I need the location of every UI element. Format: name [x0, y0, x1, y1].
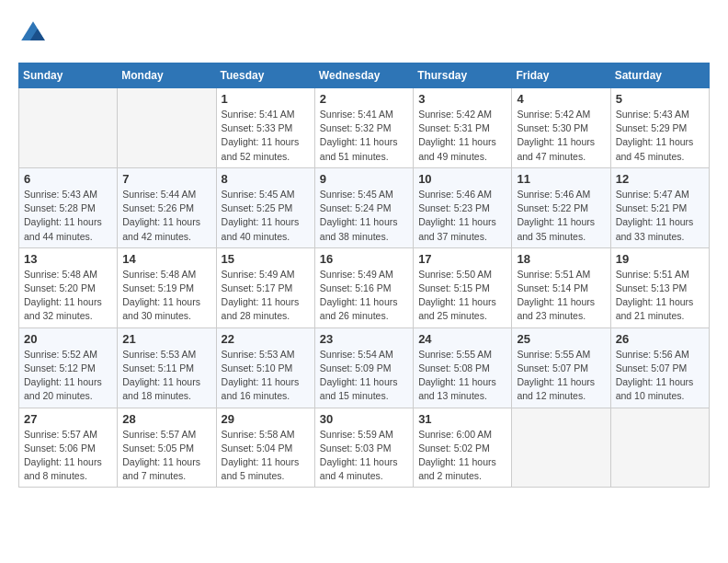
day-number: 22 [222, 332, 310, 346]
calendar-cell: 13Sunrise: 5:48 AMSunset: 5:20 PMDayligh… [19, 247, 118, 327]
calendar-cell: 14Sunrise: 5:48 AMSunset: 5:19 PMDayligh… [118, 247, 216, 327]
day-number: 12 [616, 172, 704, 186]
day-number: 24 [418, 332, 506, 346]
day-number: 23 [320, 332, 408, 346]
calendar-cell: 25Sunrise: 5:55 AMSunset: 5:07 PMDayligh… [512, 327, 610, 408]
calendar-cell [512, 408, 610, 488]
day-info: Sunrise: 5:52 AMSunset: 5:12 PMDaylight:… [24, 348, 112, 404]
day-number: 19 [616, 252, 704, 266]
day-number: 13 [24, 252, 112, 266]
calendar-week-2: 6Sunrise: 5:43 AMSunset: 5:28 PMDaylight… [19, 167, 710, 247]
day-number: 18 [517, 252, 605, 266]
day-info: Sunrise: 5:50 AMSunset: 5:15 PMDaylight:… [418, 268, 506, 324]
weekday-header-tuesday: Tuesday [216, 63, 314, 88]
day-info: Sunrise: 5:45 AMSunset: 5:24 PMDaylight:… [320, 188, 408, 244]
day-info: Sunrise: 5:51 AMSunset: 5:13 PMDaylight:… [616, 268, 704, 324]
day-info: Sunrise: 5:54 AMSunset: 5:09 PMDaylight:… [320, 348, 408, 404]
logo-icon [18, 18, 48, 48]
calendar-cell: 20Sunrise: 5:52 AMSunset: 5:12 PMDayligh… [19, 327, 118, 408]
calendar-cell: 30Sunrise: 5:59 AMSunset: 5:03 PMDayligh… [314, 408, 413, 488]
day-info: Sunrise: 5:57 AMSunset: 5:06 PMDaylight:… [24, 428, 112, 484]
calendar-week-3: 13Sunrise: 5:48 AMSunset: 5:20 PMDayligh… [19, 247, 710, 327]
day-info: Sunrise: 5:59 AMSunset: 5:03 PMDaylight:… [320, 428, 408, 484]
day-number: 27 [24, 412, 112, 426]
calendar-cell: 17Sunrise: 5:50 AMSunset: 5:15 PMDayligh… [414, 247, 512, 327]
day-info: Sunrise: 5:57 AMSunset: 5:05 PMDaylight:… [122, 428, 210, 484]
calendar-cell: 1Sunrise: 5:41 AMSunset: 5:33 PMDaylight… [216, 88, 314, 168]
day-number: 26 [616, 332, 704, 346]
day-number: 9 [320, 172, 408, 186]
weekday-header-sunday: Sunday [19, 63, 118, 88]
calendar-cell: 18Sunrise: 5:51 AMSunset: 5:14 PMDayligh… [512, 247, 610, 327]
day-number: 6 [24, 172, 112, 186]
day-info: Sunrise: 5:44 AMSunset: 5:26 PMDaylight:… [122, 188, 210, 244]
calendar-cell: 26Sunrise: 5:56 AMSunset: 5:07 PMDayligh… [610, 327, 709, 408]
calendar-week-5: 27Sunrise: 5:57 AMSunset: 5:06 PMDayligh… [19, 408, 710, 488]
day-number: 2 [320, 92, 408, 106]
calendar-cell: 15Sunrise: 5:49 AMSunset: 5:17 PMDayligh… [216, 247, 314, 327]
calendar-cell: 22Sunrise: 5:53 AMSunset: 5:10 PMDayligh… [216, 327, 314, 408]
calendar-week-1: 1Sunrise: 5:41 AMSunset: 5:33 PMDaylight… [19, 88, 710, 168]
day-info: Sunrise: 5:41 AMSunset: 5:32 PMDaylight:… [320, 108, 408, 164]
weekday-header-saturday: Saturday [610, 63, 709, 88]
page-header [18, 18, 710, 48]
calendar-header: SundayMondayTuesdayWednesdayThursdayFrid… [19, 63, 710, 88]
calendar-cell: 24Sunrise: 5:55 AMSunset: 5:08 PMDayligh… [414, 327, 512, 408]
day-info: Sunrise: 5:43 AMSunset: 5:28 PMDaylight:… [24, 188, 112, 244]
calendar-cell: 19Sunrise: 5:51 AMSunset: 5:13 PMDayligh… [610, 247, 709, 327]
day-number: 17 [418, 252, 506, 266]
day-number: 31 [418, 412, 506, 426]
day-info: Sunrise: 5:46 AMSunset: 5:23 PMDaylight:… [418, 188, 506, 244]
calendar-cell: 11Sunrise: 5:46 AMSunset: 5:22 PMDayligh… [512, 167, 610, 247]
calendar-cell: 7Sunrise: 5:44 AMSunset: 5:26 PMDaylight… [118, 167, 216, 247]
day-info: Sunrise: 5:58 AMSunset: 5:04 PMDaylight:… [222, 428, 310, 484]
day-number: 16 [320, 252, 408, 266]
day-number: 5 [616, 92, 704, 106]
calendar-cell: 23Sunrise: 5:54 AMSunset: 5:09 PMDayligh… [314, 327, 413, 408]
day-info: Sunrise: 5:48 AMSunset: 5:20 PMDaylight:… [24, 268, 112, 324]
day-info: Sunrise: 5:51 AMSunset: 5:14 PMDaylight:… [517, 268, 605, 324]
day-info: Sunrise: 5:41 AMSunset: 5:33 PMDaylight:… [222, 108, 310, 164]
day-number: 15 [222, 252, 310, 266]
calendar-cell: 6Sunrise: 5:43 AMSunset: 5:28 PMDaylight… [19, 167, 118, 247]
weekday-header-friday: Friday [512, 63, 610, 88]
weekday-header-monday: Monday [118, 63, 216, 88]
day-info: Sunrise: 5:49 AMSunset: 5:17 PMDaylight:… [222, 268, 310, 324]
day-info: Sunrise: 5:53 AMSunset: 5:10 PMDaylight:… [222, 348, 310, 404]
day-number: 10 [418, 172, 506, 186]
day-number: 11 [517, 172, 605, 186]
weekday-row: SundayMondayTuesdayWednesdayThursdayFrid… [19, 63, 710, 88]
calendar-cell: 28Sunrise: 5:57 AMSunset: 5:05 PMDayligh… [118, 408, 216, 488]
day-number: 7 [122, 172, 210, 186]
calendar-cell: 4Sunrise: 5:42 AMSunset: 5:30 PMDaylight… [512, 88, 610, 168]
day-number: 20 [24, 332, 112, 346]
day-number: 29 [222, 412, 310, 426]
calendar-table: SundayMondayTuesdayWednesdayThursdayFrid… [18, 63, 710, 488]
calendar-cell: 10Sunrise: 5:46 AMSunset: 5:23 PMDayligh… [414, 167, 512, 247]
calendar-cell: 2Sunrise: 5:41 AMSunset: 5:32 PMDaylight… [314, 88, 413, 168]
day-number: 8 [222, 172, 310, 186]
calendar-body: 1Sunrise: 5:41 AMSunset: 5:33 PMDaylight… [19, 88, 710, 488]
day-number: 3 [418, 92, 506, 106]
day-info: Sunrise: 5:55 AMSunset: 5:08 PMDaylight:… [418, 348, 506, 404]
day-number: 1 [222, 92, 310, 106]
day-info: Sunrise: 5:43 AMSunset: 5:29 PMDaylight:… [616, 108, 704, 164]
day-number: 14 [122, 252, 210, 266]
calendar-cell: 12Sunrise: 5:47 AMSunset: 5:21 PMDayligh… [610, 167, 709, 247]
calendar-cell: 16Sunrise: 5:49 AMSunset: 5:16 PMDayligh… [314, 247, 413, 327]
day-info: Sunrise: 5:48 AMSunset: 5:19 PMDaylight:… [122, 268, 210, 324]
day-info: Sunrise: 5:55 AMSunset: 5:07 PMDaylight:… [517, 348, 605, 404]
day-info: Sunrise: 5:45 AMSunset: 5:25 PMDaylight:… [222, 188, 310, 244]
day-info: Sunrise: 5:42 AMSunset: 5:31 PMDaylight:… [418, 108, 506, 164]
calendar-cell [610, 408, 709, 488]
day-number: 4 [517, 92, 605, 106]
day-number: 28 [122, 412, 210, 426]
day-info: Sunrise: 5:49 AMSunset: 5:16 PMDaylight:… [320, 268, 408, 324]
day-info: Sunrise: 5:53 AMSunset: 5:11 PMDaylight:… [122, 348, 210, 404]
calendar-week-4: 20Sunrise: 5:52 AMSunset: 5:12 PMDayligh… [19, 327, 710, 408]
day-number: 25 [517, 332, 605, 346]
calendar-cell: 27Sunrise: 5:57 AMSunset: 5:06 PMDayligh… [19, 408, 118, 488]
weekday-header-wednesday: Wednesday [314, 63, 413, 88]
calendar-cell: 3Sunrise: 5:42 AMSunset: 5:31 PMDaylight… [414, 88, 512, 168]
day-info: Sunrise: 5:47 AMSunset: 5:21 PMDaylight:… [616, 188, 704, 244]
